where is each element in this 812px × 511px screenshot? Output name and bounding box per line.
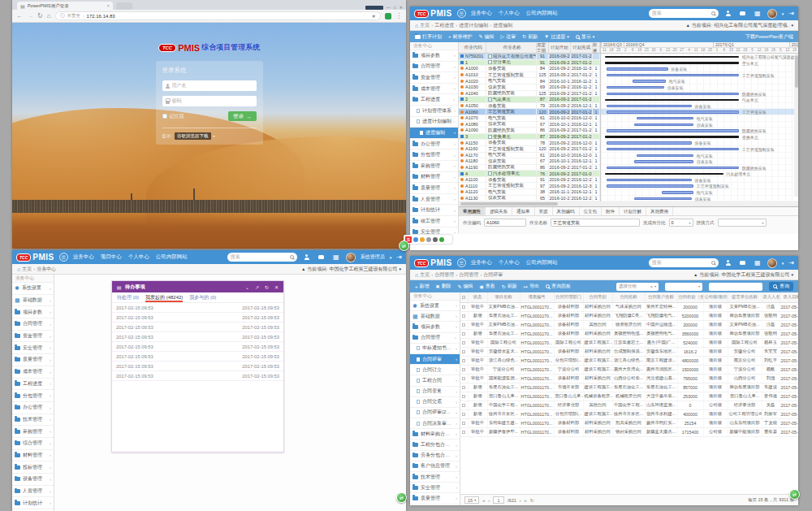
row-checkbox[interactable] [462,377,465,380]
gantt-bar[interactable] [634,123,693,127]
checkbox-box[interactable] [162,114,167,119]
column-header-公司级/项目级[interactable]: 公司级/项目级 [703,292,728,302]
field-input-作业名称[interactable]: 工艺管道安装 [551,219,640,227]
column-header-录入日期[interactable]: 录入日期 [780,292,798,302]
nav-item[interactable]: 个人中心 [499,259,520,266]
todo-list-item[interactable]: 2017-02-15 09:532017-02-15 09:53 [112,352,283,362]
gantt-bar[interactable] [607,67,667,71]
todo-tab-我发起的 (48242)[interactable]: 我发起的 (48242) [145,292,183,302]
ime-tool-icon[interactable] [433,237,438,242]
ime-tool-icon[interactable] [439,237,444,242]
column-header-合同名称[interactable]: 合同名称 [612,292,645,302]
global-search-input[interactable]: 搜索 [649,9,719,18]
toolbar-button-查询面板[interactable]: 查询面板 [546,283,571,290]
detail-tab-通知单[interactable]: 通知单 [512,207,535,215]
user-icon[interactable] [302,253,312,262]
sidebar-item-进度计划编制[interactable]: 进度计划编制› [410,117,458,128]
toolbar-button-过滤器[interactable]: ▼过滤器▾ [544,33,568,41]
sidebar-item-中标通知书查询[interactable]: 中标通知书查询› [410,344,460,354]
toolbar-button-刷新[interactable]: ↻刷新 [502,283,517,290]
todo-list-item[interactable]: 2017-02-15 09:532017-02-15 09:53 [112,371,283,381]
todo-list-item[interactable]: 2017-02-15 09:532017-02-15 09:53 [112,362,283,371]
vertical-scrollbar[interactable] [794,54,798,197]
sidebar-item-合同评审[interactable]: 合同评审› [410,354,460,365]
checkbox-cell[interactable] [460,302,468,311]
activity-row[interactable]: A1180仪表安装672016-10-12016-12-11 [459,158,600,165]
breadcrumb-item[interactable]: 合同评审 [483,271,503,279]
checkbox-cell[interactable] [460,329,468,338]
row-checkbox[interactable] [462,368,465,371]
sidebar-item-计划管理体系[interactable]: 计划管理体系› [410,106,458,117]
toolbar-button-删除[interactable]: ✖删除 [436,283,451,290]
gantt-bar[interactable] [662,191,693,194]
breadcrumb-item[interactable]: 主页 [420,271,430,279]
window-minimize-icon[interactable]: — [387,5,391,10]
todo-list-item[interactable]: 2017-02-15 09:532017-02-15 09:53 [112,303,283,313]
activity-row[interactable]: A1190防腐绝热安装862016-09-22017-01-21 [459,165,600,171]
current-project-selector[interactable]: ▲当前项目: 中国化学工程第三建设有限公司▾ [693,271,793,279]
current-project-selector[interactable]: ▲当前项目: 中国化学工程第三建设有限公司▾ [301,266,401,273]
column-header-合同客户名称[interactable]: 合同客户名称 [645,292,677,302]
gantt-bar[interactable] [607,110,739,114]
sidebar-item-合同管理[interactable]: 合同管理› [410,333,460,344]
checkbox-cell[interactable] [460,320,468,329]
activity-row[interactable]: 3−变换单元872016-09-22017-01-2 [459,134,600,141]
floating-helper-button[interactable]: ⇄ [396,492,407,503]
gantt-bar[interactable] [605,56,739,58]
sidebar-item-安全管理[interactable]: 安全管理› [410,227,458,235]
logout-icon[interactable]: ⇥ [788,259,794,266]
breadcrumb-item[interactable]: 合同管理 [434,271,454,279]
refresh-icon[interactable]: ↻ [530,498,534,503]
sidebar-item-计划统计[interactable]: 计划统计› [410,205,458,216]
collapse-icon[interactable]: − [488,135,492,139]
contract-row[interactable]: 审批中文莱PMB石油...HTGL0001170...设备材料部其他合同物资租赁… [460,320,798,329]
activity-row[interactable]: A1110工艺管道预制安装972016-09-22016-12-31 [459,183,600,189]
activity-row[interactable]: A1050设备安装792016-09-22016-12-11 [459,103,600,110]
keyword-input[interactable] [709,283,762,291]
address-bar[interactable]: ⓘ 不安全 | 172.16.14.83 ★ [55,11,381,20]
contract-row[interactable]: 审批中文莱PMB石油...HTGL0001170...设备材料部材料采购合同气体… [460,302,798,311]
grid-column-header[interactable]: 作业代码 [459,42,486,53]
refresh-icon[interactable]: ↻ [263,284,270,290]
sidebar-item-资金管理[interactable]: 资金管理› [12,331,54,343]
checkbox-cell[interactable] [460,347,468,356]
sidebar-item-合同订立[interactable]: 合同订立› [410,365,460,375]
activity-row[interactable]: A1030仪表安装692016-09-22016-11-21 [459,84,600,91]
breadcrumb-item[interactable]: 进度编制 [493,22,512,29]
sidebar-item-分包管理[interactable]: 分包管理› [410,149,458,161]
sidebar-item-投标管理[interactable]: 投标管理› [12,461,54,474]
sidebar-item-综合管理[interactable]: 综合管理› [12,438,54,450]
row-checkbox[interactable] [462,314,465,318]
contract-row[interactable]: 审批中浙江舟山绿色...HTGL0001170...分包管理部(...建设工程施… [460,356,798,365]
next-page-icon[interactable]: › [520,498,521,503]
activity-row[interactable]: 2−气化单元872016-09-22017-01-2 [459,97,600,103]
message-icon[interactable] [738,9,748,19]
home-icon[interactable]: ⌂ [415,272,418,278]
page-number-input[interactable]: 1 [493,496,504,504]
ime-tool-icon[interactable] [420,237,425,242]
activity-row[interactable]: 4−污水处理单元762016-09-22017-01-0 [459,171,600,177]
menu-toggle-button[interactable]: ☰ [59,253,68,262]
sidebar-item-劳务分包合同管理[interactable]: 劳务分包合同管理› [410,451,460,461]
logout-icon[interactable]: ⇥ [396,253,402,261]
clear-icon[interactable]: × [650,284,653,289]
contract-row[interactable]: 新增徐州市开发区...HTGL0001170...分包管理部(...建设工程施工… [460,409,798,418]
sidebar-item-质量管理[interactable]: 质量管理› [410,493,460,504]
activity-row[interactable]: N759201−绍兴化工有限公司尾气深度处理912016-09-22017-01… [459,54,600,60]
toolbar-button-编辑[interactable]: ✎编辑 [479,33,495,41]
contract-row[interactable]: 新增中国化学工程...HTGL0001170...经济事业部其他合同中国化学工程… [460,401,798,409]
contract-row[interactable]: 审批中国际工程公司HTGL0001170...国际工程公司建设工程施工...江苏… [460,338,798,347]
extension-icon[interactable] [385,13,391,19]
bookmark-star-icon[interactable]: ★ [372,13,376,19]
gantt-bar[interactable] [633,80,666,83]
nav-item[interactable]: 公司内部网站 [526,10,558,17]
row-checkbox[interactable] [462,350,465,353]
contract-row[interactable]: 新增华星石油化工...HTGL0001170...设备材料部材料采购合同飞翔防爆… [460,311,798,320]
home-icon[interactable]: ⌂ [47,12,51,19]
detail-tab-公文包[interactable]: 公文包 [580,207,603,215]
gantt-bar[interactable] [605,173,723,175]
user-icon[interactable] [723,9,733,19]
row-checkbox[interactable] [462,305,465,309]
contract-row[interactable]: 审批中国家能源集团...HTGL0001170...设备材料部材料采购合同山西分… [460,374,798,383]
toolbar-button-刷新[interactable]: ↻刷新 [522,33,538,41]
